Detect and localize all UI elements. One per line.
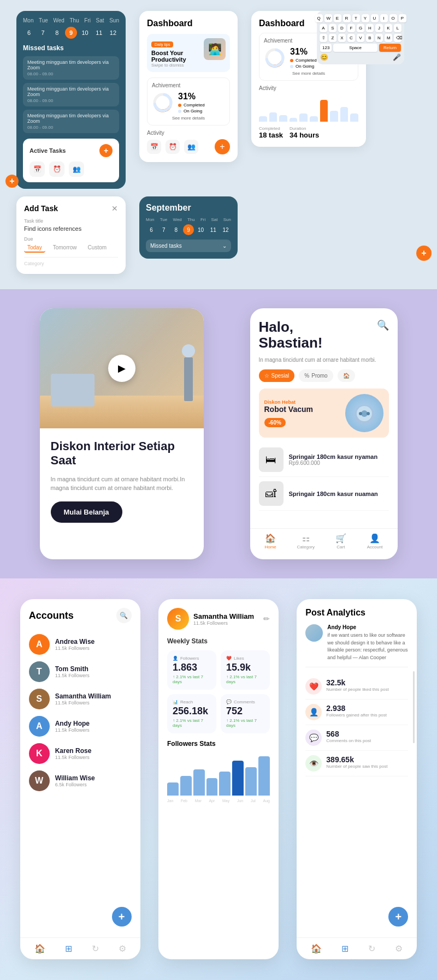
fab-right[interactable]: + xyxy=(416,246,432,261)
kb-i[interactable]: I xyxy=(380,14,388,22)
sep-date-10[interactable]: 10 xyxy=(196,224,206,235)
nav-category[interactable]: ⚏ Category xyxy=(297,533,315,549)
right-see-more[interactable]: See more details xyxy=(264,71,353,76)
accounts-search-button[interactable]: 🔍 xyxy=(116,608,132,623)
search-button[interactable]: 🔍 xyxy=(377,319,389,331)
kb-f[interactable]: F xyxy=(347,24,355,32)
analytics-fab[interactable]: + xyxy=(388,907,408,927)
activity-people-icon[interactable]: 👥 xyxy=(184,140,198,154)
kb-x[interactable]: X xyxy=(338,34,346,42)
account-item-4[interactable]: K Karen Rose 11.5k Followers xyxy=(29,740,132,767)
nav-home[interactable]: 🏠 Home xyxy=(264,533,276,549)
kb-w[interactable]: W xyxy=(324,14,332,22)
calendar-header: Mon Tue Wed Thu Fri Sat Sun xyxy=(23,17,119,23)
kb-m[interactable]: M xyxy=(385,34,392,42)
kb-v[interactable]: V xyxy=(357,34,364,42)
due-custom[interactable]: Custom xyxy=(85,243,110,253)
cal-date-12[interactable]: 12 xyxy=(107,27,119,39)
kb-y[interactable]: Y xyxy=(362,14,369,22)
activity-calendar-icon[interactable]: 📅 xyxy=(147,140,161,154)
people-icon[interactable]: 👥 xyxy=(69,162,84,177)
cal-date-9-active[interactable]: 9 xyxy=(65,27,77,39)
sep-date-11[interactable]: 11 xyxy=(208,224,218,235)
kb-q[interactable]: Q xyxy=(315,14,323,22)
sep-date-8[interactable]: 8 xyxy=(170,224,181,235)
nav-refresh-icon[interactable]: ↻ xyxy=(92,943,99,954)
kb-r[interactable]: R xyxy=(343,14,351,22)
kb-b[interactable]: B xyxy=(366,34,374,42)
edit-profile-icon[interactable]: ✏ xyxy=(263,614,270,623)
nav-cart[interactable]: 🛒 Cart xyxy=(335,533,346,549)
due-tomorrow[interactable]: Tomorrow xyxy=(50,243,80,253)
accounts-fab[interactable]: + xyxy=(112,907,132,927)
fab-left[interactable]: + xyxy=(5,175,19,188)
analytics-nav-home-icon[interactable]: 🏠 xyxy=(311,943,322,954)
kb-n[interactable]: N xyxy=(375,34,383,42)
emoji-icon[interactable]: 😊 xyxy=(320,53,328,61)
activity-add-btn[interactable]: + xyxy=(215,139,230,154)
nav-account[interactable]: 👤 Account xyxy=(367,533,383,549)
close-button[interactable]: ✕ xyxy=(111,204,118,213)
account-item-5[interactable]: W William Wise 6.5k Followers xyxy=(29,767,132,794)
kb-d[interactable]: D xyxy=(338,24,346,32)
account-item-1[interactable]: T Tom Smith 11.5k Followers xyxy=(29,658,132,685)
account-item-3[interactable]: A Andy Hope 11.5k Followers xyxy=(29,713,132,740)
kb-j[interactable]: J xyxy=(375,24,383,32)
kb-p[interactable]: P xyxy=(399,14,406,22)
cal-date-11[interactable]: 11 xyxy=(93,27,105,39)
kb-t[interactable]: T xyxy=(352,14,360,22)
right-donut-chart xyxy=(264,47,286,69)
cal-date-7[interactable]: 7 xyxy=(37,27,49,39)
active-tasks-section: Active Tasks + 📅 ⏰ 👥 xyxy=(23,139,119,182)
kb-123[interactable]: 123 xyxy=(320,44,332,52)
kb-return[interactable]: Return xyxy=(379,44,401,52)
daily-tip-card: Daily tips Boost Your Productivity Swipe… xyxy=(147,34,230,72)
kb-g[interactable]: G xyxy=(357,24,364,32)
kb-e[interactable]: E xyxy=(334,14,341,22)
see-more-details[interactable]: See more details xyxy=(152,116,225,121)
kb-u[interactable]: U xyxy=(371,14,379,22)
sep-date-7[interactable]: 7 xyxy=(158,224,169,235)
cat-tab-home[interactable]: 🏠 xyxy=(338,369,355,382)
kb-delete[interactable]: ⌫ xyxy=(394,34,401,42)
bar-10 xyxy=(350,113,358,122)
cal-date-8[interactable]: 8 xyxy=(51,27,63,39)
kb-s[interactable]: S xyxy=(329,24,336,32)
clock-icon[interactable]: ⏰ xyxy=(49,162,64,177)
play-button[interactable]: ▶ xyxy=(108,355,135,382)
add-task-fab[interactable]: + xyxy=(99,144,113,157)
sep-date-9-active[interactable]: 9 xyxy=(183,224,194,235)
mulai-belanja-button[interactable]: Mulai Belanja xyxy=(51,501,122,523)
followers-icon: 👤 xyxy=(173,656,178,661)
kb-k[interactable]: K xyxy=(385,24,392,32)
due-today[interactable]: Today xyxy=(24,243,45,253)
nav-settings-icon[interactable]: ⚙ xyxy=(119,943,126,954)
product-info-2: Springair 180cm kasur nuaman xyxy=(289,491,378,497)
kb-h[interactable]: H xyxy=(366,24,374,32)
cal-date-10[interactable]: 10 xyxy=(79,27,91,39)
cal-date-6[interactable]: 6 xyxy=(23,27,35,39)
analytics-nav-refresh-icon[interactable]: ↻ xyxy=(368,943,375,954)
kb-z[interactable]: Z xyxy=(329,34,336,42)
mic-icon[interactable]: 🎤 xyxy=(393,53,401,61)
kb-o[interactable]: O xyxy=(389,14,397,22)
nav-grid-icon[interactable]: ⊞ xyxy=(65,943,72,954)
sep-date-12[interactable]: 12 xyxy=(220,224,231,235)
nav-home-icon[interactable]: 🏠 xyxy=(34,943,45,954)
cat-tab-promo[interactable]: % Promo xyxy=(299,369,333,382)
kb-a[interactable]: A xyxy=(320,24,327,32)
sep-date-6[interactable]: 6 xyxy=(146,224,157,235)
discount-badge: -60% xyxy=(264,418,286,427)
account-item-0[interactable]: A Andrea Wise 11.5k Followers xyxy=(29,631,132,658)
kb-l[interactable]: L xyxy=(394,24,401,32)
card-weekly-stats: S Samantha William 11.5k Followers ✏ Wee… xyxy=(158,599,279,959)
account-item-2[interactable]: S Samantha William 11.5k Followers xyxy=(29,685,132,713)
kb-space[interactable]: Space xyxy=(333,44,377,52)
analytics-nav-settings-icon[interactable]: ⚙ xyxy=(395,943,403,954)
kb-shift[interactable]: ⇧ xyxy=(320,34,327,42)
calendar-icon[interactable]: 📅 xyxy=(29,162,45,177)
activity-clock-icon[interactable]: ⏰ xyxy=(166,140,180,154)
kb-c[interactable]: C xyxy=(347,34,355,42)
cat-tab-spesial[interactable]: ☆ Spesial xyxy=(259,369,295,382)
analytics-nav-grid-icon[interactable]: ⊞ xyxy=(341,943,349,954)
